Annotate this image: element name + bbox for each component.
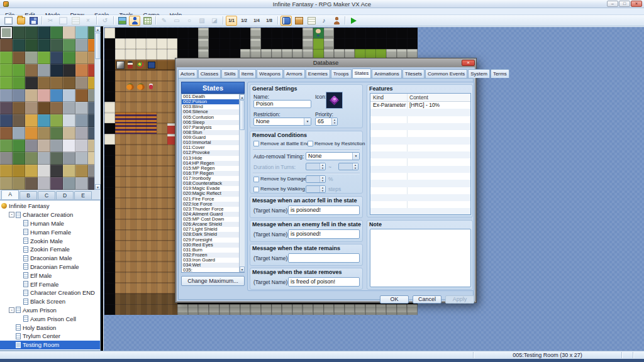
note-textarea[interactable] — [370, 229, 471, 287]
map-tile[interactable] — [115, 134, 126, 145]
map-tile[interactable] — [146, 187, 157, 198]
map-tile[interactable] — [136, 123, 147, 134]
map-tile[interactable] — [240, 38, 251, 49]
map-tile[interactable] — [104, 230, 115, 241]
ok-button[interactable]: OK — [380, 295, 409, 304]
palette-tile[interactable] — [63, 52, 75, 64]
palette-tab-a[interactable]: A — [1, 190, 19, 199]
map-tile[interactable] — [125, 209, 136, 219]
map-tile[interactable] — [230, 38, 240, 49]
map-tile[interactable] — [136, 304, 147, 315]
map-tile[interactable] — [104, 283, 115, 293]
map-tile[interactable] — [365, 304, 376, 315]
map-tile[interactable] — [115, 293, 126, 304]
scroll-up-icon[interactable]: ▲ — [240, 94, 245, 100]
palette-tile[interactable] — [25, 52, 38, 64]
map-mode-icon[interactable] — [116, 16, 128, 26]
palette-tile[interactable] — [38, 102, 50, 114]
map-tile[interactable] — [157, 177, 167, 187]
palette-tile[interactable] — [0, 64, 13, 77]
map-tile[interactable] — [157, 293, 167, 304]
map-tile[interactable] — [219, 38, 230, 49]
map-tile[interactable] — [115, 187, 126, 198]
palette-tile[interactable] — [63, 102, 75, 114]
map-tile[interactable] — [209, 28, 219, 38]
palette-tile[interactable] — [75, 77, 88, 89]
map-tile[interactable] — [104, 261, 115, 272]
map-tile[interactable] — [115, 283, 126, 293]
palette-tile[interactable] — [63, 152, 75, 165]
map-tile[interactable] — [104, 293, 115, 304]
map-tile[interactable] — [146, 155, 157, 166]
map-tile[interactable] — [104, 166, 115, 177]
map-tile[interactable] — [272, 304, 282, 315]
message-input[interactable]: is poisoned! — [288, 206, 360, 215]
map-tile[interactable] — [397, 304, 408, 315]
paste-icon[interactable] — [70, 16, 81, 26]
tree-item-testing-room[interactable]: Testing Room — [0, 341, 100, 349]
palette-tile[interactable] — [0, 77, 13, 89]
restriction-dropdown[interactable]: None ▼ — [253, 118, 311, 126]
map-tile[interactable] — [115, 230, 126, 241]
palette-tile[interactable] — [75, 102, 88, 114]
palette-tile[interactable] — [13, 64, 25, 77]
map-tile[interactable] — [104, 60, 115, 70]
palette-tile[interactable] — [50, 177, 63, 190]
map-tile[interactable] — [146, 81, 157, 92]
walking-steps-spinner[interactable]: ▲▼ — [306, 185, 326, 193]
palette-tile[interactable] — [50, 64, 63, 77]
palette-tile[interactable] — [25, 39, 38, 52]
palette-tile[interactable] — [75, 177, 88, 190]
features-row[interactable] — [370, 201, 470, 208]
palette-tile[interactable] — [0, 89, 13, 102]
map-tile[interactable] — [188, 304, 199, 315]
palette-tile[interactable] — [63, 127, 75, 140]
state-list-item[interactable]: 035: — [182, 268, 240, 273]
map-tile[interactable] — [334, 38, 345, 49]
map-tile[interactable] — [125, 187, 136, 198]
map-tile[interactable] — [282, 28, 292, 38]
features-row[interactable] — [370, 137, 470, 144]
features-row[interactable] — [370, 151, 470, 158]
palette-tile[interactable] — [50, 77, 63, 89]
map-tile[interactable] — [177, 28, 188, 38]
map-tile[interactable] — [125, 70, 136, 81]
map-tile[interactable] — [230, 28, 240, 38]
maximize-button[interactable]: □ — [619, 1, 630, 7]
dialog-close-icon[interactable]: × — [462, 60, 475, 66]
palette-tile[interactable] — [25, 64, 38, 77]
materials-icon[interactable] — [293, 16, 304, 26]
map-tile[interactable] — [104, 81, 115, 92]
map-tile[interactable] — [146, 251, 157, 261]
ellipse-tool-icon[interactable]: ○ — [184, 16, 195, 26]
tree-item-trylum-center[interactable]: Trylum Center — [0, 332, 100, 341]
map-tile[interactable] — [136, 261, 147, 272]
map-tile[interactable] — [303, 38, 313, 49]
palette-tile[interactable] — [38, 114, 50, 127]
tree-item-character-creation[interactable]: -Character Creation — [0, 211, 100, 219]
map-tile[interactable] — [136, 145, 147, 155]
map-tile[interactable] — [292, 304, 303, 315]
palette-tab-c[interactable]: C — [38, 191, 55, 199]
map-tile[interactable] — [146, 198, 157, 209]
palette-tile[interactable] — [25, 152, 38, 165]
palette-tile[interactable] — [75, 140, 88, 152]
map-tile[interactable] — [157, 92, 167, 102]
map-tile[interactable] — [157, 251, 167, 261]
save-project-icon[interactable] — [28, 16, 39, 26]
palette-tile[interactable] — [50, 26, 63, 39]
features-row[interactable]: Ex-Parameter[HRG] - 10% — [370, 102, 470, 109]
map-tile[interactable] — [125, 166, 136, 177]
map-tile[interactable] — [115, 92, 126, 102]
map-tile[interactable] — [345, 38, 355, 49]
map-tile[interactable] — [146, 272, 157, 283]
db-tab-armors[interactable]: Armors — [284, 69, 305, 78]
palette-tile[interactable] — [38, 39, 50, 52]
palette-tile[interactable] — [75, 64, 88, 77]
map-tile[interactable] — [198, 304, 209, 315]
map-tile[interactable] — [125, 198, 136, 209]
palette-tab-d[interactable]: D — [56, 191, 74, 199]
map-tile[interactable] — [104, 219, 115, 230]
map-tile[interactable] — [146, 70, 157, 81]
features-row[interactable] — [370, 187, 470, 194]
